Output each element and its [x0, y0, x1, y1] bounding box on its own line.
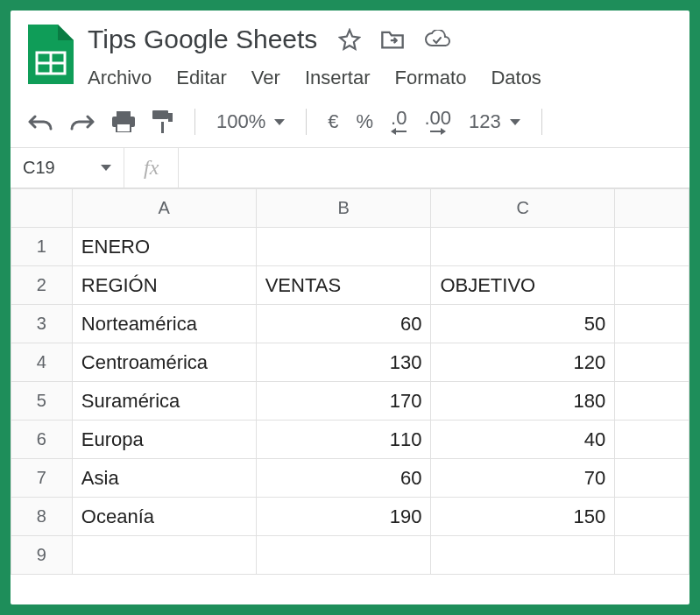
- cell-B5[interactable]: 170: [256, 382, 431, 421]
- cell-A3[interactable]: Norteamérica: [72, 305, 256, 343]
- cell-B1[interactable]: [256, 228, 431, 266]
- menu-bar: Archivo Editar Ver Insertar Formato Dato…: [88, 67, 672, 89]
- row-header-8[interactable]: 8: [11, 498, 73, 536]
- cell-A6[interactable]: Europa: [72, 421, 256, 459]
- column-header-A[interactable]: A: [72, 189, 256, 228]
- cell-B4[interactable]: 130: [256, 343, 431, 382]
- decrease-decimal-button[interactable]: .0: [391, 109, 407, 135]
- redo-icon[interactable]: [70, 113, 95, 131]
- row-header-2[interactable]: 2: [11, 266, 73, 305]
- menu-insertar[interactable]: Insertar: [305, 67, 371, 89]
- increase-decimal-button[interactable]: .00: [424, 109, 451, 135]
- row-header-9[interactable]: 9: [11, 536, 73, 575]
- cell-reference: C19: [23, 158, 55, 178]
- menu-datos[interactable]: Datos: [491, 67, 541, 89]
- row-header-1[interactable]: 1: [11, 228, 73, 266]
- cell-A2[interactable]: REGIÓN: [72, 266, 256, 305]
- select-all-corner[interactable]: [11, 189, 73, 228]
- svg-rect-6: [152, 110, 168, 119]
- cell-A4[interactable]: Centroamérica: [72, 343, 256, 382]
- cell-B7[interactable]: 60: [256, 459, 431, 498]
- sheets-logo-icon: [28, 25, 74, 84]
- undo-icon[interactable]: [28, 113, 53, 131]
- menu-formato[interactable]: Formato: [394, 67, 466, 89]
- print-icon[interactable]: [112, 111, 135, 132]
- cell-C5[interactable]: 180: [431, 382, 615, 421]
- cell-A9[interactable]: [72, 536, 256, 575]
- cell-B6[interactable]: 110: [256, 421, 431, 459]
- cell-C7[interactable]: 70: [431, 459, 615, 498]
- cell-C6[interactable]: 40: [431, 421, 615, 459]
- zoom-dropdown[interactable]: 100%: [216, 110, 285, 133]
- column-header-B[interactable]: B: [256, 189, 431, 228]
- cell-C8[interactable]: 150: [431, 498, 615, 536]
- menu-archivo[interactable]: Archivo: [88, 67, 152, 89]
- row-header-7[interactable]: 7: [11, 459, 73, 498]
- row-header-5[interactable]: 5: [11, 382, 73, 421]
- header: Tips Google Sheets Archivo Editar Ver: [11, 11, 689, 96]
- paint-format-icon[interactable]: [152, 110, 173, 133]
- svg-rect-3: [117, 111, 131, 117]
- row-header-4[interactable]: 4: [11, 343, 73, 382]
- cell-A1[interactable]: ENERO: [72, 228, 256, 266]
- currency-button[interactable]: €: [328, 110, 338, 133]
- menu-editar[interactable]: Editar: [176, 67, 226, 89]
- row-header-6[interactable]: 6: [11, 421, 73, 459]
- column-header-C[interactable]: C: [431, 189, 615, 228]
- cell-A7[interactable]: Asia: [72, 459, 256, 498]
- chevron-down-icon: [101, 165, 111, 171]
- cloud-status-icon[interactable]: [424, 30, 450, 49]
- star-icon[interactable]: [338, 28, 361, 51]
- cell-B3[interactable]: 60: [256, 305, 431, 343]
- fx-icon: fx: [124, 148, 179, 187]
- toolbar: 100% € % .0 .00 123: [11, 96, 689, 148]
- formula-bar: C19 fx: [11, 148, 689, 188]
- cell-C3[interactable]: 50: [431, 305, 615, 343]
- number-format-dropdown[interactable]: 123: [469, 110, 520, 133]
- cell-B2[interactable]: VENTAS: [256, 266, 431, 305]
- column-header-empty[interactable]: [615, 189, 689, 228]
- menu-ver[interactable]: Ver: [251, 67, 280, 89]
- spreadsheet-app: Tips Google Sheets Archivo Editar Ver: [11, 11, 689, 604]
- cell-C2[interactable]: OBJETIVO: [431, 266, 615, 305]
- cell-C1[interactable]: [431, 228, 615, 266]
- cell-A5[interactable]: Suramérica: [72, 382, 256, 421]
- svg-rect-5: [117, 124, 131, 132]
- cell-B8[interactable]: 190: [256, 498, 431, 536]
- cell-C9[interactable]: [431, 536, 615, 575]
- formula-input[interactable]: [179, 148, 689, 187]
- name-box[interactable]: C19: [11, 148, 124, 187]
- percent-button[interactable]: %: [357, 110, 374, 133]
- cell-B9[interactable]: [256, 536, 431, 575]
- document-title[interactable]: Tips Google Sheets: [88, 25, 317, 54]
- row-header-3[interactable]: 3: [11, 305, 73, 343]
- cell-A8[interactable]: Oceanía: [72, 498, 256, 536]
- cell-C4[interactable]: 120: [431, 343, 615, 382]
- move-folder-icon[interactable]: [380, 29, 405, 50]
- spreadsheet-grid[interactable]: A B C 1 ENERO 2 REGIÓN VENTAS OBJETIVO 3: [11, 188, 689, 604]
